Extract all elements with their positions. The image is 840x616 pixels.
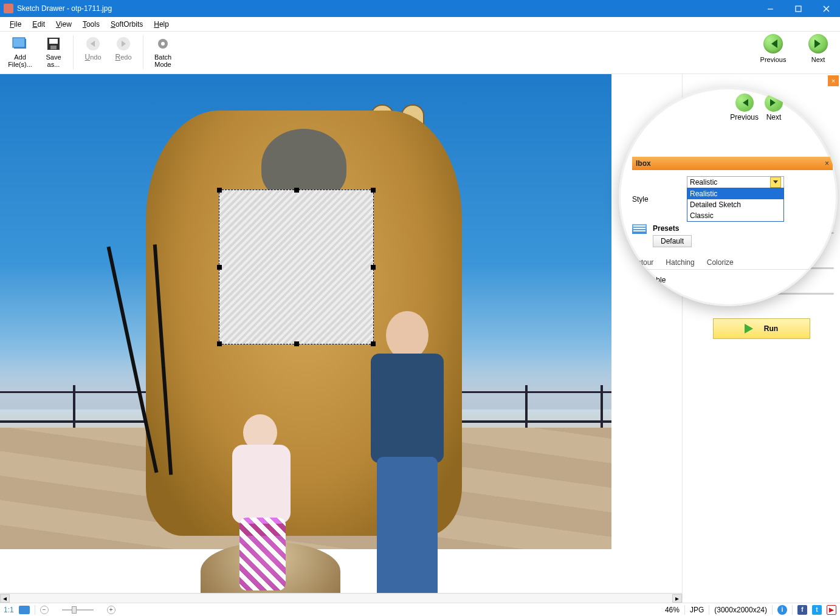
undo-icon [84,35,102,52]
canvas-image [0,74,611,549]
redo-icon [115,35,132,52]
menu-softorbits[interactable]: SoftOrbits [106,19,148,30]
arrow-left-icon [763,34,783,53]
scroll-left-button[interactable]: ◂ [0,594,10,603]
resize-handle[interactable] [217,265,222,270]
selection-rectangle[interactable] [219,190,374,344]
info-icon[interactable]: i [777,605,787,615]
maximize-button[interactable] [784,0,812,17]
image-format: JPG [690,606,704,614]
menu-edit[interactable]: Edit [27,19,50,30]
style-dropdown-list: Realistic Detailed Sketch Classic [687,188,784,222]
resize-handle[interactable] [217,341,222,346]
resize-handle[interactable] [371,188,376,193]
style-dropdown[interactable]: Realistic Realistic Detailed Sketch Clas… [687,176,784,222]
zoom-in-button[interactable]: + [107,606,115,614]
style-label: Style [632,195,681,204]
run-arrow-icon [745,324,758,334]
magnifier-overlay: Next Previous Next lbox × Style Re [619,87,838,306]
tab-hatching[interactable]: Hatching [661,256,699,269]
scroll-track[interactable] [10,594,672,603]
save-as-button[interactable]: Save as... [40,34,67,69]
menu-view[interactable]: View [51,19,77,30]
run-button[interactable]: Run [713,318,810,339]
statusbar: 1:1 − + 46% JPG (3000x2000x24) i f t ▶ [0,603,840,616]
redo-button[interactable]: Redo [110,34,137,62]
toolbar-separator [143,35,143,69]
window-title: Sketch Drawer - otp-1711.jpg [17,4,756,13]
toolbox-titlebar: lbox × [632,157,833,170]
presets-label: Presets [653,224,692,233]
twitter-icon[interactable]: t [812,605,822,615]
resize-handle[interactable] [371,265,376,270]
resize-handle[interactable] [294,341,299,346]
menu-help[interactable]: Help [149,19,174,30]
resize-handle[interactable] [294,188,299,193]
toolbar: Add File(s)... Save as... Undo Redo Batc… [0,32,840,74]
gear-icon [154,35,171,52]
svg-rect-1 [796,6,801,12]
add-files-icon [12,35,29,52]
style-option-detailed[interactable]: Detailed Sketch [687,199,783,210]
minimize-button[interactable] [756,0,784,17]
fit-screen-icon[interactable] [19,606,30,614]
svg-rect-5 [13,38,25,47]
svg-point-12 [161,42,165,46]
presets-icon [632,224,647,234]
chevron-down-icon [770,177,781,188]
scroll-right-button[interactable]: ▸ [672,594,682,603]
previous-image-button[interactable]: Previous [755,34,791,63]
undo-button[interactable]: Undo [80,34,106,62]
tab-colorize[interactable]: Colorize [702,256,738,269]
app-icon [4,4,13,13]
save-icon [45,35,62,52]
menubar: File Edit View Tools SoftOrbits Help [0,17,840,32]
svg-rect-7 [49,39,58,44]
presets-default-button[interactable]: Default [653,235,692,247]
zoom-out-button[interactable]: − [40,606,49,614]
close-button[interactable] [812,0,840,17]
resize-handle[interactable] [371,341,376,346]
menu-tools[interactable]: Tools [78,19,105,30]
horizontal-scrollbar[interactable]: ◂ ▸ [0,593,682,603]
panel-close-button[interactable]: × [828,75,839,86]
style-option-realistic[interactable]: Realistic [687,188,783,199]
zoom-ratio-label[interactable]: 1:1 [4,606,14,614]
resize-handle[interactable] [217,188,222,193]
svg-rect-8 [50,46,57,49]
facebook-icon[interactable]: f [797,605,807,615]
zoom-slider[interactable] [53,605,102,615]
youtube-icon[interactable]: ▶ [827,605,836,615]
style-option-classic[interactable]: Classic [687,210,783,221]
window-titlebar: Sketch Drawer - otp-1711.jpg [0,0,840,17]
image-dimensions: (3000x2000x24) [714,606,767,614]
zoom-percent: 46% [665,606,680,614]
toolbox-close-icon[interactable]: × [825,159,829,168]
toolbar-separator [73,35,74,69]
arrow-right-icon [808,34,828,53]
menu-file[interactable]: File [5,19,26,30]
add-files-button[interactable]: Add File(s)... [4,34,36,69]
canvas-area[interactable]: ◂ ▸ [0,74,682,603]
next-image-button[interactable]: Next [800,34,836,63]
batch-mode-button[interactable]: Batch Mode [150,34,176,69]
